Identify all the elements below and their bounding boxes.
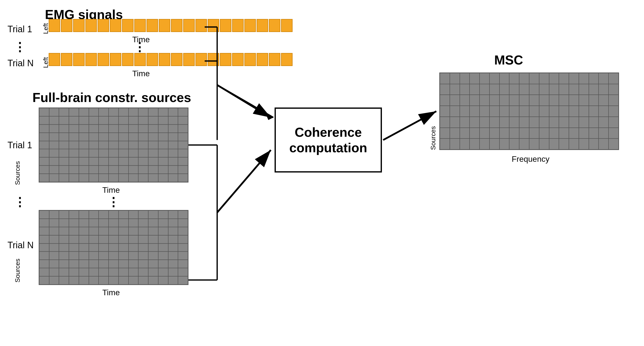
brain-dots-center: ⋮ (107, 195, 119, 209)
brain-trial1-label: Trial 1 (8, 140, 32, 150)
brain-time-label-N: Time (102, 288, 120, 297)
emg-trialN-label: Trial N (8, 58, 34, 69)
emg-dots: ⋮ (14, 40, 26, 54)
emg-time-label-N: Time (132, 69, 150, 78)
coherence-text: Coherence computation (289, 124, 367, 156)
msc-sources-label: Sources (429, 75, 437, 150)
svg-line-9 (217, 85, 271, 117)
emg-dots-center: ⋮ (134, 40, 146, 54)
coherence-box: Coherence computation (274, 107, 382, 172)
brain-dots: ⋮ (14, 195, 26, 209)
brain-trialN-label: Trial N (8, 240, 34, 251)
msc-frequency-label: Frequency (512, 154, 550, 164)
msc-title: MSC (494, 53, 523, 68)
svg-line-11 (383, 111, 436, 140)
msc-grid-container (439, 73, 619, 150)
brain-grid-trialN-container (39, 210, 188, 285)
brain-time-label-1: Time (102, 186, 120, 195)
brain-sources-label-1: Sources (14, 120, 22, 185)
emg-grid-trialN (49, 53, 292, 66)
svg-line-6 (217, 85, 273, 117)
diagram-container: EMG signals Trial 1 Left Time ⋮ ⋮ Trial … (0, 0, 644, 346)
brain-title: Full-brain constr. sources (32, 90, 191, 105)
svg-marker-7 (264, 111, 273, 120)
emg-trial1-label: Trial 1 (8, 24, 32, 35)
brain-grid-trial1-container (39, 107, 188, 183)
emg-grid-trial1 (49, 19, 292, 32)
svg-line-10 (217, 150, 271, 213)
